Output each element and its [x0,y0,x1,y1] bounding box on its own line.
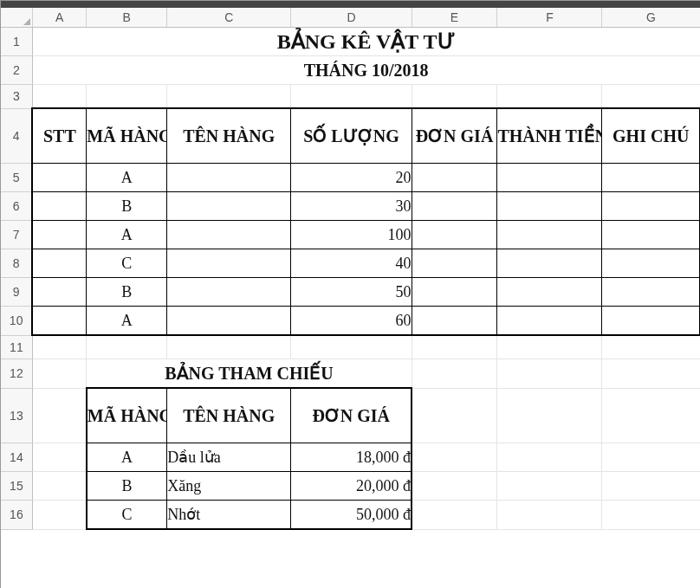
ref-header-tenhang[interactable]: TÊN HÀNG [167,388,291,443]
cell[interactable] [167,85,291,109]
col-header[interactable]: G [602,8,700,28]
cell[interactable] [497,249,602,278]
main-header-dongia[interactable]: ĐƠN GIÁ [412,108,497,164]
row-header[interactable]: 9 [1,278,32,307]
row-header[interactable]: 12 [1,359,32,389]
select-all-corner[interactable] [1,8,32,28]
row-header[interactable]: 14 [1,443,32,472]
cell[interactable] [497,278,602,307]
row-header[interactable]: 4 [1,108,32,164]
row-header[interactable]: 2 [1,56,32,85]
cell[interactable] [602,278,700,307]
sheet-subtitle[interactable]: THÁNG 10/2018 [32,56,700,85]
cell[interactable] [412,221,497,249]
ref-gia[interactable]: 20,000 đ [291,472,412,501]
cell[interactable] [412,359,497,389]
cell-sl[interactable]: 50 [291,278,412,307]
cell[interactable] [602,164,700,192]
cell[interactable] [497,388,602,443]
ref-ma[interactable]: C [87,501,167,530]
ref-ten[interactable]: Nhớt [167,501,291,530]
cell[interactable] [32,192,87,221]
cell[interactable] [167,307,291,336]
cell-ma[interactable]: A [87,307,167,336]
cell[interactable] [497,307,602,336]
cell[interactable] [602,192,700,221]
ref-ten[interactable]: Xăng [167,472,291,501]
cell[interactable] [412,307,497,336]
main-header-ghichu[interactable]: GHI CHÚ [602,108,700,164]
cell-ma[interactable]: B [87,278,167,307]
main-header-tenhang[interactable]: TÊN HÀNG [167,108,291,164]
cell[interactable] [167,221,291,249]
cell[interactable] [497,472,602,501]
ref-ten[interactable]: Dầu lửa [167,443,291,472]
col-header[interactable]: C [167,8,291,28]
cell[interactable] [602,501,700,530]
cell[interactable] [412,472,497,501]
main-header-mahang[interactable]: MÃ HÀNG [87,108,167,164]
cell[interactable] [167,335,291,359]
cell[interactable] [602,359,700,389]
cell[interactable] [167,192,291,221]
cell-sl[interactable]: 60 [291,307,412,336]
cell[interactable] [497,501,602,530]
cell[interactable] [87,85,167,109]
cell[interactable] [412,335,497,359]
cell[interactable] [32,249,87,278]
col-header[interactable]: D [291,8,412,28]
cell[interactable] [497,359,602,389]
cell[interactable] [412,278,497,307]
cell[interactable] [167,249,291,278]
row-header[interactable]: 6 [1,192,32,221]
cell[interactable] [32,278,87,307]
cell[interactable] [497,164,602,192]
cell[interactable] [32,335,87,359]
cell[interactable] [412,192,497,221]
cell[interactable] [32,307,87,336]
cell[interactable] [32,85,87,109]
row-header[interactable]: 1 [1,28,32,56]
cell[interactable] [32,472,87,501]
col-header[interactable]: F [497,8,602,28]
cell[interactable] [291,335,412,359]
cell[interactable] [167,164,291,192]
main-header-stt[interactable]: STT [32,108,87,164]
cell[interactable] [291,85,412,109]
cell[interactable] [167,278,291,307]
cell-ma[interactable]: A [87,221,167,249]
ref-title[interactable]: BẢNG THAM CHIẾU [87,359,412,389]
sheet-title[interactable]: BẢNG KÊ VẬT TƯ [32,28,700,56]
cell[interactable] [87,335,167,359]
cell[interactable] [32,443,87,472]
row-header[interactable]: 10 [1,307,32,336]
ref-ma[interactable]: A [87,443,167,472]
row-header[interactable]: 5 [1,164,32,192]
cell-sl[interactable]: 40 [291,249,412,278]
cell[interactable] [602,221,700,249]
row-header[interactable]: 7 [1,221,32,249]
cell[interactable] [412,388,497,443]
cell[interactable] [602,249,700,278]
cell[interactable] [412,501,497,530]
cell-sl[interactable]: 100 [291,221,412,249]
cell[interactable] [602,443,700,472]
col-header[interactable]: E [412,8,497,28]
cell-sl[interactable]: 30 [291,192,412,221]
row-header[interactable]: 15 [1,472,32,501]
cell-ma[interactable]: A [87,164,167,192]
row-header[interactable]: 3 [1,85,32,109]
cell[interactable] [412,443,497,472]
cell[interactable] [602,388,700,443]
row-header[interactable]: 16 [1,501,32,530]
cell-ma[interactable]: C [87,249,167,278]
ref-ma[interactable]: B [87,472,167,501]
cell[interactable] [32,501,87,530]
main-header-soluong[interactable]: SỐ LƯỢNG [291,108,412,164]
cell[interactable] [497,443,602,472]
cell-sl[interactable]: 20 [291,164,412,192]
cell[interactable] [602,335,700,359]
ref-header-dongia[interactable]: ĐƠN GIÁ [291,388,412,443]
cell[interactable] [412,249,497,278]
row-header[interactable]: 13 [1,388,32,443]
